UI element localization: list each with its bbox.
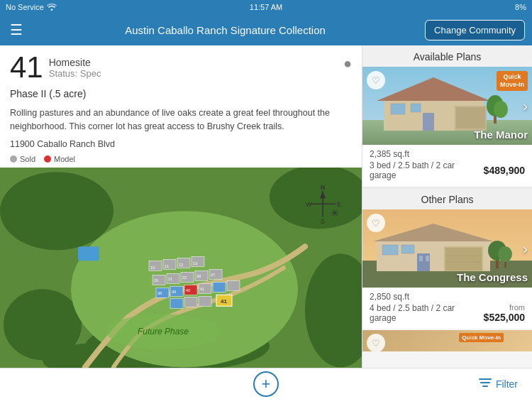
homesite-number-block: 41 Homesite Status: Spec bbox=[10, 53, 101, 82]
bottom-toolbar: + Filter bbox=[0, 368, 532, 399]
svg-text:10: 10 bbox=[150, 266, 155, 270]
community-map[interactable]: 41 10 11 12 13 20 21 22 36 37 38 bbox=[0, 168, 362, 368]
svg-text:38: 38 bbox=[157, 291, 162, 295]
congress-bed-bath-row: 4 bed / 2.5 bath / 2 car garage from $52… bbox=[370, 303, 525, 323]
available-plans-header: Available Plans bbox=[362, 45, 532, 67]
plan-card-congress[interactable]: ♡ The Congress › 2,850 sq.ft 4 bed / 2.5… bbox=[362, 209, 532, 329]
svg-text:39: 39 bbox=[172, 290, 177, 294]
filter-label: Filter bbox=[496, 378, 518, 390]
change-community-button[interactable]: Change Community bbox=[425, 20, 525, 40]
status-bar: No Service 11:57 AM 8% bbox=[0, 0, 532, 14]
signal-text: No Service bbox=[6, 3, 44, 11]
congress-bed-bath: 4 bed / 2.5 bath / 2 car garage bbox=[370, 303, 484, 323]
svg-text:37: 37 bbox=[211, 273, 216, 277]
wifi-icon bbox=[47, 3, 57, 12]
plan-overlay-congress: ♡ The Congress bbox=[362, 209, 532, 288]
homesite-header: 41 Homesite Status: Spec ● bbox=[0, 45, 362, 87]
phase-text: Phase II (.5 acre) bbox=[0, 87, 362, 102]
svg-text:W: W bbox=[306, 201, 312, 208]
svg-text:12: 12 bbox=[179, 263, 184, 267]
quick-move-label1: Quick bbox=[500, 73, 524, 81]
nav-bar: ☰ Austin Caballo Ranch Signature Collect… bbox=[0, 14, 532, 45]
congress-sqft: 2,850 sq.ft bbox=[370, 292, 525, 302]
homesite-description: Rolling pastures and an abundance of liv… bbox=[0, 102, 362, 138]
svg-rect-23 bbox=[227, 280, 240, 290]
congress-chevron-icon: › bbox=[523, 241, 528, 257]
manor-quick-move-badge: Quick Move-In bbox=[497, 71, 528, 91]
congress-price: $525,000 bbox=[484, 312, 525, 323]
plan-card-manor[interactable]: ♡ Quick Move-In The Manor › 2,385 sq.ft … bbox=[362, 67, 532, 186]
manor-bed-bath-row: 3 bed / 2.5 bath / 2 car garage $489,900 bbox=[370, 160, 525, 180]
svg-text:21: 21 bbox=[168, 277, 173, 281]
svg-text:✳: ✳ bbox=[331, 207, 339, 219]
plan-card-third[interactable]: ♡ Quick Move-In bbox=[362, 330, 532, 351]
homesite-label: Homesite bbox=[49, 57, 101, 68]
plan-image-manor: ♡ Quick Move-In The Manor › bbox=[362, 67, 532, 145]
legend-model-dot bbox=[44, 155, 51, 163]
legend-model: Model bbox=[44, 155, 75, 163]
svg-text:40: 40 bbox=[186, 288, 191, 293]
svg-text:22: 22 bbox=[182, 275, 187, 280]
svg-rect-8 bbox=[78, 246, 99, 261]
svg-text:Future Phase: Future Phase bbox=[138, 327, 189, 337]
svg-text:20: 20 bbox=[154, 278, 159, 283]
plan-image-congress: ♡ The Congress › bbox=[362, 209, 532, 288]
map-legend: Sold Model bbox=[0, 153, 362, 165]
legend-sold: Sold bbox=[10, 155, 35, 163]
menu-button[interactable]: ☰ bbox=[7, 18, 26, 41]
plan-top-row-congress: ♡ bbox=[367, 214, 528, 232]
legend-model-label: Model bbox=[54, 155, 75, 163]
svg-text:N: N bbox=[321, 184, 326, 191]
nav-title: Austin Caballo Ranch Signature Collectio… bbox=[26, 24, 425, 36]
plan-overlay-manor: ♡ Quick Move-In The Manor bbox=[362, 67, 532, 145]
svg-text:13: 13 bbox=[193, 261, 198, 266]
toolbar-center: + bbox=[253, 371, 279, 397]
plan-top-row-manor: ♡ Quick Move-In bbox=[367, 71, 528, 91]
manor-chevron-icon: › bbox=[523, 98, 528, 114]
third-quick-move-badge: Quick Move-In bbox=[459, 333, 504, 342]
svg-rect-22 bbox=[213, 282, 226, 292]
svg-point-1 bbox=[0, 172, 113, 250]
status-left: No Service bbox=[6, 3, 57, 12]
svg-text:36: 36 bbox=[196, 274, 201, 278]
congress-plan-name: The Congress bbox=[457, 271, 528, 283]
legend-sold-label: Sold bbox=[20, 155, 35, 163]
congress-price-from: from bbox=[484, 303, 525, 312]
filter-icon bbox=[479, 377, 492, 391]
other-plans-header: Other Plans bbox=[362, 188, 532, 209]
manor-plan-details: 2,385 sq.ft 3 bed / 2.5 bath / 2 car gar… bbox=[362, 145, 532, 186]
left-panel: 41 Homesite Status: Spec ● Phase II (.5 … bbox=[0, 45, 362, 368]
homesite-status: Status: Spec bbox=[49, 68, 101, 79]
homesite-number: 41 bbox=[10, 53, 43, 82]
main-layout: 41 Homesite Status: Spec ● Phase II (.5 … bbox=[0, 45, 532, 368]
filter-button[interactable]: Filter bbox=[461, 377, 518, 391]
third-favorite-button[interactable]: ♡ bbox=[367, 334, 385, 351]
legend-sold-dot bbox=[10, 155, 17, 163]
svg-rect-27 bbox=[184, 297, 197, 307]
congress-favorite-button[interactable]: ♡ bbox=[367, 214, 385, 232]
manor-bed-bath: 3 bed / 2.5 bath / 2 car garage bbox=[370, 160, 484, 180]
svg-rect-26 bbox=[170, 298, 183, 308]
svg-text:S: S bbox=[321, 218, 325, 225]
homesite-address: 11900 Caballo Ranch Blvd bbox=[0, 138, 362, 153]
manor-price: $489,900 bbox=[484, 165, 525, 176]
manor-favorite-button[interactable]: ♡ bbox=[367, 71, 385, 89]
add-button[interactable]: + bbox=[253, 371, 279, 397]
status-battery: 8% bbox=[515, 3, 526, 11]
quick-move-label2: Move-In bbox=[500, 81, 524, 89]
right-panel: Available Plans bbox=[362, 45, 532, 368]
status-time: 11:57 AM bbox=[250, 3, 282, 11]
homesite-info: Homesite Status: Spec bbox=[49, 53, 101, 79]
congress-plan-details: 2,850 sq.ft 4 bed / 2.5 bath / 2 car gar… bbox=[362, 288, 532, 329]
svg-rect-28 bbox=[199, 296, 211, 306]
manor-plan-name: The Manor bbox=[474, 129, 528, 141]
svg-text:11: 11 bbox=[165, 264, 170, 268]
svg-text:41: 41 bbox=[200, 287, 205, 291]
homesite-favorite-icon[interactable]: ● bbox=[343, 55, 352, 72]
svg-text:41: 41 bbox=[221, 298, 227, 305]
manor-sqft: 2,385 sq.ft bbox=[370, 149, 525, 159]
